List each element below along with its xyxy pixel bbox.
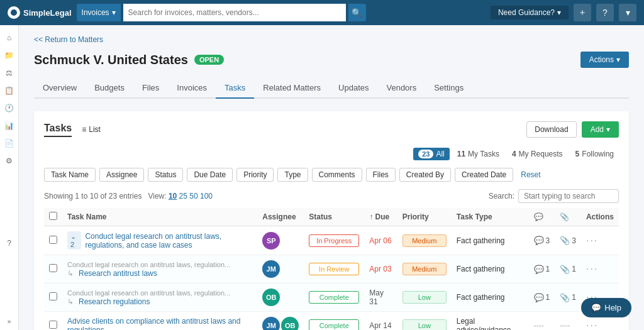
view-25-link[interactable]: 25	[179, 192, 187, 201]
files-count: 📎 3	[560, 236, 576, 245]
row-actions-button[interactable]: ···	[586, 235, 598, 246]
priority-badge: Medium	[402, 263, 447, 275]
help-nav-button[interactable]: ?	[596, 4, 614, 21]
filter-tab-following[interactable]: 5 Following	[570, 148, 619, 160]
col-actions: Actions	[581, 208, 619, 226]
col-assignee: Assignee	[257, 208, 304, 226]
priority-badge: Medium	[402, 234, 447, 247]
help-chat-button[interactable]: 💬 Help	[581, 298, 631, 317]
app-logo: SimpleLegal	[8, 6, 72, 19]
filter-tab-my-requests[interactable]: 4 My Requests	[507, 148, 568, 160]
filter-assignee[interactable]: Assignee	[99, 168, 144, 182]
view-50-link[interactable]: 50	[189, 192, 197, 201]
filter-task-name[interactable]: Task Name	[44, 168, 96, 182]
filter-files[interactable]: Files	[366, 168, 396, 182]
table-search-input[interactable]	[518, 189, 619, 203]
tab-settings[interactable]: Settings	[425, 78, 472, 99]
search-type-label: Invoices	[82, 8, 109, 17]
comments-count: 💬 1	[534, 265, 550, 274]
tasks-panel-title: Tasks	[44, 123, 72, 137]
filter-due-date[interactable]: Due Date	[187, 168, 233, 182]
row-checkbox[interactable]	[49, 321, 57, 329]
tab-budgets[interactable]: Budgets	[86, 78, 133, 99]
assignee-avatar: OB	[281, 317, 299, 330]
actions-button[interactable]: Actions ▾	[580, 52, 629, 68]
add-task-button[interactable]: Add ▾	[582, 121, 619, 138]
comments-count: ----	[529, 312, 555, 331]
view-100-link[interactable]: 100	[200, 192, 213, 201]
reset-filters-button[interactable]: Reset	[517, 168, 544, 181]
sidebar-item-help[interactable]: ?	[2, 236, 17, 251]
due-date: Apr 14	[369, 321, 391, 330]
task-type: Fact gathering	[452, 255, 529, 283]
comments-count: 💬 3	[534, 236, 550, 245]
filter-priority[interactable]: Priority	[236, 168, 274, 182]
filter-created-by[interactable]: Created By	[399, 168, 451, 182]
showing-entries-text: Showing 1 to 10 of 23 entries View: 10 2…	[44, 192, 213, 201]
filter-tab-all[interactable]: 23 All	[413, 148, 450, 160]
sidebar-item-settings[interactable]: ⚙	[2, 153, 17, 168]
parent-task-label: Conduct legal research on antitrust laws…	[67, 261, 252, 268]
filter-comments[interactable]: Comments	[312, 168, 362, 182]
filter-type[interactable]: Type	[277, 168, 308, 182]
download-button[interactable]: Download	[526, 121, 576, 138]
row-checkbox[interactable]	[49, 264, 57, 272]
task-name-link[interactable]: Research antitrust laws	[79, 269, 157, 278]
list-view-button[interactable]: ≡ List	[77, 123, 106, 136]
matter-title: Schmuck V. United States	[34, 53, 188, 67]
filter-tab-my-tasks[interactable]: 11 My Tasks	[452, 148, 504, 160]
tab-overview[interactable]: Overview	[34, 78, 86, 99]
search-type-dropdown[interactable]: Invoices ▾	[77, 4, 121, 21]
view-10-link[interactable]: 10	[169, 192, 177, 201]
col-task-name: Task Name	[62, 208, 257, 226]
tasks-panel-header: Tasks ≡ List Download Add ▾	[44, 121, 619, 138]
child-arrow-icon: ↳	[67, 269, 74, 278]
col-comments: 💬	[529, 208, 555, 226]
user-menu-button[interactable]: ▾	[619, 4, 636, 21]
due-date: Apr 06	[369, 236, 391, 245]
sidebar-item-analytics[interactable]: 📊	[2, 118, 17, 133]
tab-tasks[interactable]: Tasks	[216, 78, 254, 99]
comments-count: 💬 1	[534, 293, 550, 302]
col-priority: Priority	[397, 208, 452, 226]
row-actions-button[interactable]: ···	[586, 263, 598, 274]
add-nav-button[interactable]: ＋	[574, 4, 591, 21]
task-name-link[interactable]: Advise clients on compliance with antitr…	[67, 317, 240, 330]
tab-files[interactable]: Files	[133, 78, 168, 99]
sidebar-expand-button[interactable]: »	[8, 318, 11, 325]
sidebar-item-time[interactable]: 🕐	[2, 101, 17, 116]
guidance-button[interactable]: Need Guidance? ▾	[491, 6, 569, 19]
sidebar-item-matters[interactable]: ⚖	[2, 65, 17, 80]
tab-invoices[interactable]: Invoices	[168, 78, 216, 99]
return-to-matters-link[interactable]: << Return to Matters	[34, 35, 629, 44]
tab-updates[interactable]: Updates	[330, 78, 377, 99]
sidebar: ⌂ 📁 ⚖ 📋 🕐 📊 📄 ⚙ ? »	[0, 25, 19, 330]
files-count: 📎 1	[560, 293, 576, 302]
chevron-down-icon: ▾	[616, 55, 620, 64]
row-actions-button[interactable]: ···	[586, 320, 598, 330]
task-name-link[interactable]: Research regulations	[79, 297, 150, 306]
filter-all-badge: 23	[418, 150, 433, 158]
sidebar-item-invoices[interactable]: 📋	[2, 83, 17, 98]
select-all-checkbox[interactable]	[49, 212, 57, 220]
sidebar-item-documents[interactable]: 📄	[2, 136, 17, 151]
filter-status[interactable]: Status	[148, 168, 183, 182]
status-badge: In Progress	[309, 234, 359, 247]
search-input[interactable]	[123, 4, 346, 21]
sidebar-item-home[interactable]: ⌂	[2, 30, 17, 45]
main-content: << Return to Matters Schmuck V. United S…	[19, 25, 644, 330]
chevron-down-icon: ▾	[626, 8, 630, 18]
filter-created-date[interactable]: Created Date	[455, 168, 513, 182]
table-row: ⌄ 2 Conduct legal research on antitrust …	[44, 226, 619, 255]
row-checkbox[interactable]	[49, 236, 57, 244]
tab-related-matters[interactable]: Related Matters	[254, 78, 330, 99]
col-files: 📎	[555, 208, 581, 226]
chevron-down-icon: ▾	[606, 125, 610, 134]
task-type: Fact gathering	[452, 283, 529, 312]
tab-vendors[interactable]: Vendors	[377, 78, 425, 99]
sidebar-item-files[interactable]: 📁	[2, 48, 17, 63]
task-name-link[interactable]: Conduct legal research on antitrust laws…	[85, 232, 252, 250]
row-checkbox[interactable]	[49, 292, 57, 300]
col-due: ↑ Due	[364, 208, 397, 226]
search-button[interactable]: 🔍	[348, 4, 366, 21]
